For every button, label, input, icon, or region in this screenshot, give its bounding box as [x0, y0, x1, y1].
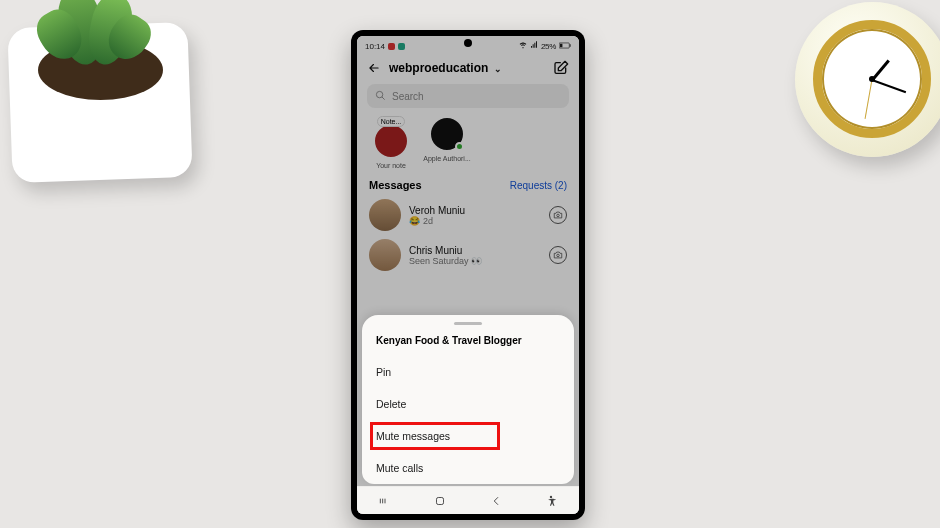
active-badge-icon — [455, 142, 464, 151]
your-note-avatar — [373, 123, 409, 159]
svg-rect-6 — [437, 497, 444, 504]
recents-button[interactable] — [375, 494, 395, 508]
chat-header: webproeducation ⌄ — [357, 54, 579, 80]
messages-section-header: Messages Requests (2) — [357, 175, 579, 195]
status-battery: 25% — [541, 42, 556, 51]
status-indicator-green-icon — [398, 43, 405, 50]
message-sub: Seen Saturday 👀 — [409, 256, 541, 266]
requests-link[interactable]: Requests (2) — [510, 180, 567, 191]
compose-button[interactable] — [553, 60, 569, 76]
svg-rect-1 — [560, 43, 563, 46]
message-sub: 😂 2d — [409, 216, 541, 226]
avatar — [369, 199, 401, 231]
camera-button[interactable] — [549, 246, 567, 264]
plant-decoration — [0, 0, 210, 190]
phone-frame: 10:14 25% — [351, 30, 585, 520]
note-label: Your note — [376, 162, 406, 169]
message-name: Veroh Muniu — [409, 205, 541, 216]
note-apple[interactable]: Apple Authori... — [425, 116, 469, 169]
note-avatar — [429, 116, 465, 152]
search-placeholder: Search — [392, 91, 424, 102]
phone-screen: 10:14 25% — [357, 36, 579, 514]
accessibility-button[interactable] — [541, 494, 561, 508]
camera-button[interactable] — [549, 206, 567, 224]
emoji-icon: 😂 — [409, 216, 420, 226]
svg-point-7 — [550, 495, 552, 497]
status-indicator-red-icon — [388, 43, 395, 50]
menu-item-mute-calls[interactable]: Mute calls — [362, 452, 574, 484]
sheet-title: Kenyan Food & Travel Blogger — [362, 329, 574, 356]
section-label: Messages — [369, 179, 422, 191]
svg-rect-2 — [570, 44, 571, 47]
search-input[interactable]: Search — [367, 84, 569, 108]
android-nav-bar — [357, 486, 579, 514]
your-note[interactable]: Note... Your note — [369, 116, 413, 169]
back-nav-button[interactable] — [486, 494, 506, 508]
note-bubble: Note... — [377, 116, 406, 127]
back-button[interactable] — [367, 61, 381, 75]
menu-item-delete[interactable]: Delete — [362, 388, 574, 420]
signal-icon — [530, 41, 538, 51]
status-time: 10:14 — [365, 42, 385, 51]
clock-decoration — [770, 0, 940, 192]
svg-point-3 — [376, 91, 382, 97]
note-label: Apple Authori... — [423, 155, 470, 162]
account-switcher[interactable]: webproeducation ⌄ — [389, 61, 502, 75]
chevron-down-icon: ⌄ — [494, 64, 502, 74]
menu-item-mute-messages[interactable]: Mute messages — [362, 420, 574, 452]
battery-icon — [559, 42, 571, 51]
avatar — [369, 239, 401, 271]
account-name: webproeducation — [389, 61, 488, 75]
notes-row: Note... Your note Apple Authori... — [357, 116, 579, 175]
search-icon — [375, 87, 386, 105]
message-row[interactable]: Veroh Muniu 😂 2d — [357, 195, 579, 235]
menu-item-pin[interactable]: Pin — [362, 356, 574, 388]
front-camera — [464, 39, 472, 47]
svg-point-4 — [557, 214, 560, 217]
svg-point-5 — [557, 254, 560, 256]
message-name: Chris Muniu — [409, 245, 541, 256]
wifi-icon — [519, 41, 527, 51]
home-button[interactable] — [430, 494, 450, 508]
context-menu-sheet: Kenyan Food & Travel Blogger Pin Delete … — [362, 315, 574, 484]
sheet-handle[interactable] — [454, 322, 482, 325]
message-row[interactable]: Chris Muniu Seen Saturday 👀 — [357, 235, 579, 275]
